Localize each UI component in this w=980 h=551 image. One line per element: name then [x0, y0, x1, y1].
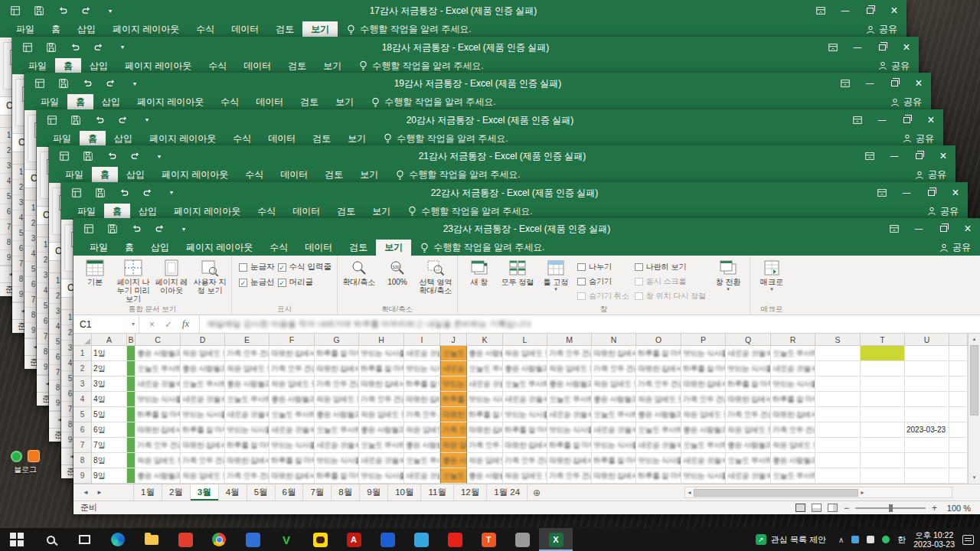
qat-customize-icon[interactable]: ▾ — [165, 187, 178, 199]
sheet-tab-12[interactable]: 12월 — [454, 484, 487, 500]
row-header-4[interactable]: 4 — [74, 392, 92, 407]
sheet-tab-9[interactable]: 9월 — [360, 484, 388, 500]
ribbon-tab-5[interactable]: 데이터 — [235, 58, 279, 74]
minimize-button[interactable]: ─ — [906, 218, 931, 240]
cell-P1[interactable]: 맛있는 식사를 할 수 있어서 감사합니다 — [681, 346, 726, 361]
cell-I9[interactable]: 새로운 것을 배울 수 있어서 감사합니다 — [404, 468, 440, 484]
cell-L8[interactable]: 가족 모두 건강하게 지낼 수 있음에 감사합니다 — [503, 453, 547, 468]
cell-N9[interactable]: 따뜻한 집에서 쉴 수 있어서 감사합니다 — [592, 468, 636, 484]
zoom-slider[interactable] — [855, 507, 926, 509]
vertical-scrollbar[interactable]: ▲ ▼ — [968, 334, 980, 484]
ribbon-display-options-button[interactable] — [858, 145, 882, 167]
vertical-scroll-thumb[interactable] — [970, 345, 978, 416]
zoom-slider-thumb[interactable] — [889, 504, 893, 512]
cell-F7[interactable]: 맛있는 식사를 할 수 있어서 감사합니다 — [270, 438, 315, 453]
cell-H4[interactable]: 가족 모두 건강하게 지낼 수 있음에 감사합니다 — [359, 392, 404, 407]
sheet-tab-4[interactable]: 4월 — [219, 484, 247, 500]
cell-C9[interactable]: 좋은 사람들과 함께 일할 수 있어 감사합니다 — [136, 468, 181, 484]
acrobat[interactable]: A — [337, 528, 371, 551]
share-button[interactable]: 공유 — [890, 94, 922, 110]
cell-E6[interactable]: 맛있는 식사를 할 수 있어서 감사합니다 — [225, 422, 270, 438]
ribbon-tab-5[interactable]: 데이터 — [284, 204, 328, 220]
ribbon-tab-6[interactable]: 검토 — [279, 58, 315, 74]
cell-D9[interactable]: 작은 일에도 웃을 수 있어서 감사합니다 — [181, 468, 225, 484]
cell-H6[interactable]: 좋은 사람들과 함께 일할 수 있어 감사합니다 — [359, 422, 404, 438]
minimize-button[interactable]: ─ — [894, 182, 919, 204]
normal-view-button[interactable]: 기본 — [76, 256, 114, 286]
switch-windows-button[interactable]: 창 전환 ▾ — [709, 256, 747, 292]
cell-K7[interactable]: 가족 모두 건강하게 지낼 수 있음에 감사합니다 — [467, 438, 503, 453]
chrome[interactable] — [202, 528, 236, 551]
cell-M6[interactable]: 맛있는 식사를 할 수 있어서 감사합니다 — [547, 422, 592, 438]
cell-S4[interactable] — [815, 392, 861, 407]
window-option-button[interactable]: 숨기기 취소 — [577, 289, 629, 302]
column-header-C[interactable]: C — [136, 334, 181, 346]
cell-H3[interactable]: 따뜻한 집에서 쉴 수 있어서 감사합니다 — [359, 377, 404, 392]
cell-I5[interactable]: 가족 모두 건강하게 지낼 수 있음에 감사합니다 — [404, 407, 440, 422]
restore-button[interactable] — [882, 73, 906, 94]
sheet-tab-11[interactable]: 11월 — [421, 484, 453, 500]
ribbon-display-options-button[interactable] — [845, 109, 870, 131]
scroll-right-icon[interactable]: ► — [860, 490, 865, 495]
cell-L1[interactable]: 작은 일에도 웃을 수 있어서 감사합니다 — [503, 346, 547, 361]
cell-L3[interactable]: 오늘도 무사히 하루를 보낼 수 있어서 감사합니다 — [503, 377, 547, 392]
cell-C8[interactable]: 작은 일에도 웃을 수 있어서 감사합니다 — [136, 453, 181, 468]
normal-view-icon[interactable] — [795, 504, 805, 512]
scroll-left-icon[interactable]: ◄ — [687, 490, 692, 495]
cell-Q7[interactable]: 좋은 사람들과 함께 일할 수 있어 감사합니다 — [726, 438, 771, 453]
cell-M8[interactable]: 따뜻한 집에서 쉴 수 있어서 감사합니다 — [547, 453, 592, 468]
restore-button[interactable] — [858, 0, 882, 21]
cell-G9[interactable]: 하루를 잘 마무리할 수 있어 감사합니다 — [315, 468, 359, 484]
ribbon-tab-4[interactable]: 수식 — [249, 204, 284, 220]
cell-M5[interactable]: 새로운 것을 배울 수 있어서 감사합니다 — [547, 407, 592, 422]
cell-N3[interactable]: 작은 일에도 웃을 수 있어서 감사합니다 — [592, 377, 636, 392]
name-box[interactable]: C1 ▾ — [74, 315, 139, 333]
cell-E2[interactable]: 작은 일에도 웃을 수 있어서 감사합니다 — [225, 361, 270, 377]
share-button[interactable]: 공유 — [939, 240, 971, 256]
row-header-7[interactable]: 7 — [74, 438, 92, 453]
gray-app[interactable] — [505, 528, 539, 551]
cell-O1[interactable]: 하루를 잘 마무리할 수 있어 감사합니다 — [636, 346, 681, 361]
ribbon-tab-2[interactable]: 삽입 — [130, 204, 165, 220]
cell-N4[interactable]: 좋은 사람들과 함께 일할 수 있어 감사합니다 — [592, 392, 636, 407]
close-button[interactable]: × — [894, 37, 919, 58]
cell-C3[interactable]: 새로운 것을 배울 수 있어서 감사합니다 — [136, 377, 181, 392]
cell-D1[interactable]: 작은 일에도 웃을 수 있어서 감사합니다 — [181, 346, 225, 361]
cell-B4[interactable] — [127, 392, 136, 407]
cell-S8[interactable] — [815, 453, 861, 468]
cell-I3[interactable]: 하루를 잘 마무리할 수 있어 감사합니다 — [404, 377, 440, 392]
cell-B6[interactable] — [127, 422, 136, 438]
tell-me-box[interactable]: 수행할 작업을 알려 주세요. — [371, 94, 495, 110]
ribbon-tab-1[interactable]: 홈 — [104, 204, 130, 220]
save-icon[interactable] — [94, 187, 106, 199]
window-option-button[interactable]: 나란히 보기 — [635, 260, 706, 273]
ribbon-tab-1[interactable]: 홈 — [80, 131, 106, 147]
red-app[interactable] — [168, 528, 202, 551]
cell-S7[interactable] — [815, 438, 861, 453]
ribbon-tab-1[interactable]: 홈 — [67, 94, 93, 110]
ribbon-tab-7[interactable]: 보기 — [339, 131, 374, 147]
cell-M4[interactable]: 오늘도 무사히 하루를 보낼 수 있어서 감사합니다 — [547, 392, 592, 407]
task-view-button[interactable] — [67, 528, 101, 551]
cell-R2[interactable]: 새로운 것을 배울 수 있어서 감사합니다 — [771, 361, 815, 377]
ribbon-tab-7[interactable]: 보기 — [315, 58, 350, 74]
close-button[interactable]: × — [931, 145, 956, 167]
ribbon-tab-0[interactable]: 파일 — [57, 167, 92, 183]
cell-U6[interactable]: 2023-03-23 — [905, 422, 949, 438]
cell-K4[interactable]: 맛있는 식사를 할 수 있어서 감사합니다 — [467, 392, 503, 407]
titlebar[interactable]: ▾ 22감사 저금통장 - Excel (제품 인증 실패) ─ × — [61, 182, 968, 204]
cell-C2[interactable]: 오늘도 무사히 하루를 보낼 수 있어서 감사합니다 — [136, 361, 181, 377]
restore-button[interactable] — [931, 218, 956, 240]
cell-O5[interactable]: 좋은 사람들과 함께 일할 수 있어 감사합니다 — [636, 407, 681, 422]
column-header-T[interactable]: T — [861, 334, 905, 346]
sheet-nav-left-icon[interactable]: ◄ — [83, 489, 89, 496]
zoom-to-selection-button[interactable]: 선택 영역 확대/축소 — [416, 256, 455, 295]
column-header-M[interactable]: M — [547, 334, 592, 346]
cell-L6[interactable]: 하루를 잘 마무리할 수 있어 감사합니다 — [503, 422, 547, 438]
ribbon-display-options-button[interactable] — [808, 0, 833, 21]
cell-O8[interactable]: 맛있는 식사를 할 수 있어서 감사합니다 — [636, 453, 681, 468]
zoom-out-button[interactable]: − — [844, 504, 849, 513]
window-option-button[interactable]: 숨기기 — [577, 275, 629, 288]
cell-D2[interactable]: 좋은 사람들과 함께 일할 수 있어 감사합니다 — [181, 361, 225, 377]
tray-app-icon-white[interactable] — [867, 536, 874, 543]
